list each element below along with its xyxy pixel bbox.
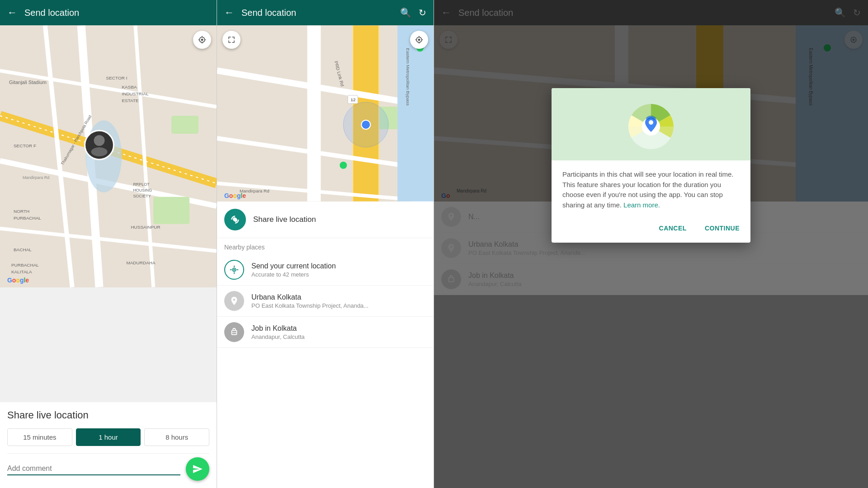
job-kolkata-text: Job in Kolkata Anandapur, Calcutta (251, 324, 305, 340)
send-button[interactable] (186, 457, 209, 481)
back-button-2[interactable]: ← (224, 7, 234, 19)
job-kolkata-item[interactable]: Job in Kolkata Anandapur, Calcutta (217, 317, 434, 348)
share-live-title: Share live location (7, 409, 209, 421)
svg-point-60 (233, 269, 235, 271)
svg-text:INDUSTRIAL: INDUSTRIAL (122, 91, 149, 96)
refresh-icon-2[interactable]: ↻ (419, 7, 426, 18)
svg-text:HOUSING: HOUSING (133, 188, 152, 192)
svg-text:KASBA: KASBA (122, 84, 137, 89)
search-icon-2[interactable]: 🔍 (400, 7, 411, 18)
cancel-button[interactable]: CANCEL (656, 221, 690, 235)
svg-point-32 (94, 135, 105, 146)
svg-text:12: 12 (350, 97, 356, 102)
svg-text:Google: Google (7, 277, 29, 284)
svg-text:SOCIETY: SOCIETY (133, 194, 151, 198)
continue-button[interactable]: CONTINUE (701, 221, 743, 235)
location-list-2: Share live location Nearby places Send y… (217, 202, 434, 348)
dialog-overlay: Participants in this chat will see your … (434, 0, 868, 488)
svg-point-33 (91, 147, 108, 156)
duration-15min[interactable]: 15 minutes (7, 428, 72, 446)
header-2: ← Send location 🔍 ↻ (217, 0, 434, 25)
share-live-label: Share live location (253, 215, 316, 224)
svg-text:PURBACHAL: PURBACHAL (11, 263, 39, 267)
svg-text:KALITALA: KALITALA (11, 269, 32, 274)
urbana-name: Urbana Kolkata (251, 293, 368, 301)
svg-text:SECTOR F: SECTOR F (14, 143, 36, 148)
comment-input[interactable] (7, 463, 180, 475)
job-sub: Anandapur, Calcutta (251, 333, 305, 340)
job-name: Job in Kolkata (251, 324, 305, 333)
svg-text:PURBACHAL: PURBACHAL (14, 216, 41, 221)
panel-send-location-1: ← Send location (0, 0, 217, 488)
current-location-sub: Accurate to 42 meters (251, 271, 336, 278)
dialog-body: Participants in this chat will see your … (552, 160, 750, 217)
nearby-label: Nearby places (217, 238, 434, 254)
svg-text:Eastern Metropolitan Bypass: Eastern Metropolitan Bypass (406, 48, 410, 105)
svg-rect-44 (397, 25, 434, 201)
current-location-icon (224, 260, 244, 280)
share-live-row[interactable]: Share live location (217, 202, 434, 238)
dialog-image (552, 88, 750, 160)
panel-1-bottom: Share live location 15 minutes 1 hour 8 … (0, 402, 217, 488)
header-title-1: Send location (24, 8, 209, 18)
map-area-1: Gitanjali Stadium KASBA INDUSTRIAL ESTAT… (0, 25, 217, 287)
urbana-kolkata-text: Urbana Kolkata PO East Kolkata Township … (251, 293, 368, 309)
map-bg-1: Gitanjali Stadium KASBA INDUSTRIAL ESTAT… (0, 25, 217, 287)
map-bg-2: PRD Link Rd Eastern Metropolitan Bypass … (217, 25, 434, 202)
svg-rect-40 (307, 25, 321, 201)
header-title-2: Send location (241, 8, 393, 18)
header-icons-2: 🔍 ↻ (400, 7, 426, 18)
back-button-1[interactable]: ← (7, 7, 17, 19)
svg-point-47 (361, 120, 370, 129)
svg-text:Mandirpara Rd: Mandirpara Rd (23, 175, 49, 180)
svg-point-48 (340, 162, 347, 169)
urbana-kolkata-item[interactable]: Urbana Kolkata PO East Kolkata Township … (217, 286, 434, 317)
learn-more-link[interactable]: Learn more. (623, 201, 660, 209)
duration-buttons: 15 minutes 1 hour 8 hours (7, 428, 209, 446)
svg-text:HUSSAINPUR: HUSSAINPUR (131, 225, 160, 230)
svg-point-56 (418, 39, 420, 41)
svg-rect-10 (153, 197, 189, 224)
duration-1hour[interactable]: 1 hour (76, 428, 141, 446)
live-icon (224, 209, 246, 230)
current-location-item[interactable]: Send your current location Accurate to 4… (217, 254, 434, 286)
expand-button-2[interactable] (222, 31, 241, 49)
place-icon-1 (224, 291, 244, 311)
map-area-2: PRD Link Rd Eastern Metropolitan Bypass … (217, 25, 434, 202)
svg-text:Google: Google (224, 192, 246, 199)
dialog-actions: CANCEL CONTINUE (552, 217, 750, 243)
svg-rect-11 (171, 116, 198, 134)
svg-text:NORTH: NORTH (14, 209, 29, 214)
svg-point-34 (201, 39, 203, 41)
my-location-button-2[interactable] (410, 31, 428, 49)
current-location-text: Send your current location Accurate to 4… (251, 262, 336, 278)
current-location-name: Send your current location (251, 262, 336, 270)
comment-row (7, 453, 209, 481)
svg-text:BACHAL: BACHAL (14, 247, 32, 252)
panel-send-location-3: ← Send location 🔍 ↻ 12 Eastern Metro (434, 0, 868, 488)
header-1: ← Send location (0, 0, 217, 25)
panel-send-location-2: ← Send location 🔍 ↻ (217, 0, 434, 488)
duration-8hours[interactable]: 8 hours (144, 428, 209, 446)
place-icon-2 (224, 322, 244, 342)
live-location-dialog: Participants in this chat will see your … (552, 88, 750, 243)
dialog-text: Participants in this chat will see your … (562, 169, 740, 210)
urbana-sub: PO East Kolkata Township Project, Ananda… (251, 302, 368, 309)
svg-text:RRPLOT: RRPLOT (133, 182, 150, 187)
svg-text:SECTOR I: SECTOR I (106, 75, 127, 80)
svg-text:ESTATE: ESTATE (122, 98, 139, 103)
svg-text:MADURDAHA: MADURDAHA (126, 261, 156, 266)
svg-point-87 (649, 120, 653, 125)
my-location-button-1[interactable] (193, 31, 211, 49)
svg-text:Gitanjali Stadium: Gitanjali Stadium (9, 80, 47, 85)
